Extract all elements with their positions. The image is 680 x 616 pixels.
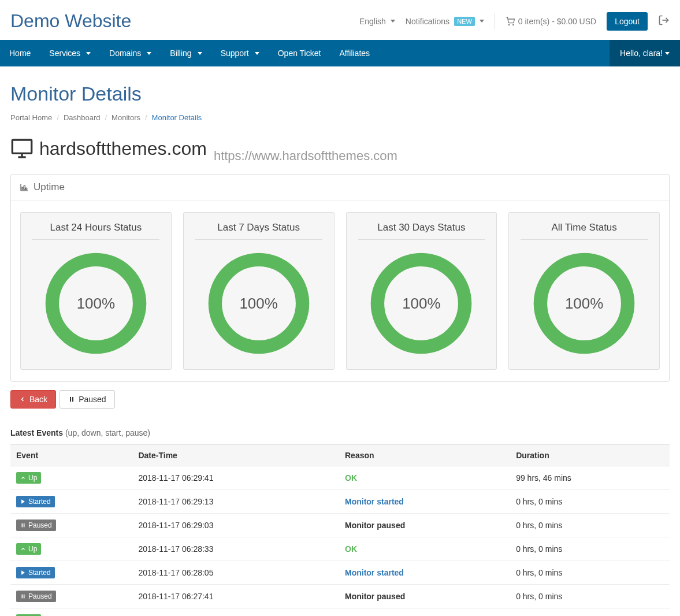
status-card: Last 24 Hours Status100%: [20, 212, 172, 370]
nav-item-home[interactable]: Home: [0, 40, 40, 66]
status-card-title: Last 24 Hours Status: [32, 222, 159, 240]
pause-icon: [68, 396, 75, 403]
language-label: English: [359, 17, 386, 26]
event-reason: Monitor paused: [339, 514, 510, 537]
nav-item-open-ticket[interactable]: Open Ticket: [269, 40, 330, 66]
user-greeting-dropdown[interactable]: Hello, clara!: [610, 40, 680, 66]
uptime-ring: 100%: [532, 251, 636, 355]
status-card-title: All Time Status: [521, 222, 648, 240]
events-column-header: Duration: [510, 445, 670, 466]
nav-item-support[interactable]: Support: [211, 40, 269, 66]
event-reason: OK: [339, 537, 510, 561]
svg-rect-10: [26, 188, 27, 190]
uptime-panel-heading: Uptime: [11, 175, 669, 201]
monitor-url: https://www.hardsoftthemes.com: [214, 149, 397, 164]
greeting-text: Hello, clara!: [620, 49, 663, 58]
status-card: Last 30 Days Status100%: [346, 212, 497, 370]
table-row: Up2018-11-17 06:28:33OK0 hrs, 0 mins: [10, 537, 670, 561]
svg-rect-9: [24, 185, 25, 190]
nav-item-affiliates[interactable]: Affiliates: [330, 40, 379, 66]
svg-rect-22: [24, 595, 25, 599]
svg-rect-16: [72, 397, 73, 402]
cart-text: 0 item(s) - $0.00 USD: [518, 17, 596, 26]
event-reason: Monitor started: [339, 490, 510, 514]
breadcrumb-link[interactable]: Monitors: [112, 113, 140, 122]
nav-item-billing[interactable]: Billing: [161, 40, 211, 66]
uptime-ring: 100%: [44, 251, 148, 355]
language-dropdown[interactable]: English: [359, 17, 395, 26]
sign-out-icon[interactable]: [658, 14, 670, 28]
uptime-value: 100%: [207, 251, 311, 355]
caret-down-icon: [147, 52, 151, 55]
event-duration: 0 hrs, 1 mins: [510, 608, 670, 617]
event-duration: 0 hrs, 0 mins: [510, 537, 670, 561]
svg-rect-18: [22, 524, 23, 528]
svg-point-1: [512, 24, 513, 25]
event-reason: OK: [339, 466, 510, 490]
new-badge: NEW: [454, 17, 475, 26]
table-row: Up2018-11-17 06:26:15OK0 hrs, 1 mins: [10, 608, 670, 617]
event-badge-started: Started: [16, 496, 55, 507]
svg-rect-15: [70, 397, 71, 402]
status-card-title: Last 7 Days Status: [195, 222, 322, 240]
events-heading: Latest Events (up, down, start, pause): [10, 428, 670, 437]
brand-logo[interactable]: Demo Website: [10, 10, 131, 32]
event-duration: 0 hrs, 0 mins: [510, 561, 670, 585]
monitor-name: hardsoftthemes.com: [10, 137, 207, 160]
status-card: All Time Status100%: [508, 212, 660, 370]
event-badge-paused: Paused: [16, 591, 56, 602]
cart-link[interactable]: 0 item(s) - $0.00 USD: [506, 17, 596, 26]
svg-marker-17: [21, 499, 25, 504]
breadcrumb-active: Monitor Details: [152, 113, 202, 122]
events-column-header: Reason: [339, 445, 510, 466]
paused-button[interactable]: Paused: [60, 390, 114, 409]
event-datetime: 2018-11-17 06:28:05: [132, 561, 339, 585]
caret-down-icon: [665, 52, 670, 55]
chevron-left-icon: [19, 396, 26, 403]
event-badge-started: Started: [16, 567, 55, 578]
event-datetime: 2018-11-17 06:26:15: [132, 608, 339, 617]
svg-point-0: [508, 24, 509, 25]
breadcrumb: Portal Home/Dashboard/Monitors/Monitor D…: [10, 113, 670, 122]
event-badge-paused: Paused: [16, 519, 56, 531]
breadcrumb-separator: /: [145, 113, 147, 122]
table-row: Started2018-11-17 06:29:13Monitor starte…: [10, 490, 670, 514]
logout-button[interactable]: Logout: [607, 12, 648, 31]
bar-chart-icon: [20, 183, 29, 192]
nav-item-domains[interactable]: Domains: [100, 40, 161, 66]
caret-down-icon: [86, 52, 91, 55]
page-title: Monitor Details: [10, 83, 670, 105]
events-column-header: Event: [10, 445, 132, 466]
breadcrumb-separator: /: [105, 113, 107, 122]
nav-item-services[interactable]: Services: [40, 40, 100, 66]
uptime-panel: Uptime Last 24 Hours Status100%Last 7 Da…: [10, 174, 670, 382]
back-button[interactable]: Back: [10, 390, 56, 409]
uptime-value: 100%: [44, 251, 148, 355]
events-column-header: Date-Time: [132, 445, 339, 466]
event-reason: OK: [339, 608, 510, 617]
uptime-value: 100%: [369, 251, 473, 355]
svg-rect-3: [12, 140, 31, 153]
svg-rect-19: [24, 524, 25, 528]
svg-rect-21: [22, 595, 23, 599]
event-datetime: 2018-11-17 06:29:03: [132, 514, 339, 537]
notifications-dropdown[interactable]: Notifications NEW: [406, 17, 484, 26]
breadcrumb-link[interactable]: Dashboard: [64, 113, 101, 122]
status-card: Last 7 Days Status100%: [183, 212, 335, 370]
table-row: Paused2018-11-17 06:27:41Monitor paused0…: [10, 585, 670, 608]
breadcrumb-separator: /: [57, 113, 59, 122]
uptime-ring: 100%: [369, 251, 473, 355]
uptime-value: 100%: [532, 251, 636, 355]
status-card-title: Last 30 Days Status: [358, 222, 485, 240]
event-badge-up: Up: [16, 543, 41, 555]
event-duration: 0 hrs, 0 mins: [510, 490, 670, 514]
table-row: Paused2018-11-17 06:29:03Monitor paused0…: [10, 514, 670, 537]
event-reason: Monitor started: [339, 561, 510, 585]
caret-down-icon: [480, 20, 484, 23]
event-duration: 0 hrs, 0 mins: [510, 585, 670, 608]
uptime-ring: 100%: [207, 251, 311, 355]
caret-down-icon: [255, 52, 259, 55]
table-row: Started2018-11-17 06:28:05Monitor starte…: [10, 561, 670, 585]
breadcrumb-link[interactable]: Portal Home: [10, 113, 52, 122]
event-badge-up: Up: [16, 472, 41, 484]
